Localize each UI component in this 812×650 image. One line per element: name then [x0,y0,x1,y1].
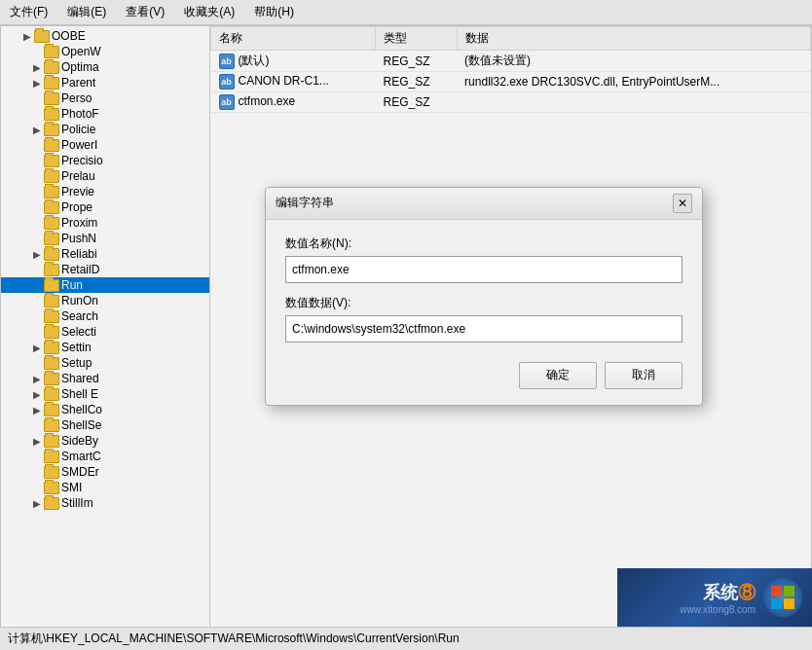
dialog-close-button[interactable]: ✕ [673,194,692,213]
dialog-buttons: 确定 取消 [285,362,683,389]
dialog-titlebar: 编辑字符串 ✕ [266,188,702,220]
cancel-button[interactable]: 取消 [605,362,683,389]
name-label: 数值名称(N): [285,235,683,252]
ok-button[interactable]: 确定 [519,362,597,389]
dialog-title: 编辑字符串 [276,195,334,211]
dialog-overlay: 编辑字符串 ✕ 数值名称(N): 数值数据(V): 确定 取消 [0,0,812,650]
dialog-body: 数值名称(N): 数值数据(V): 确定 取消 [266,220,702,405]
name-input[interactable] [285,256,683,283]
data-label: 数值数据(V): [285,295,683,311]
data-input[interactable] [285,315,683,343]
edit-string-dialog: 编辑字符串 ✕ 数值名称(N): 数值数据(V): 确定 取消 [265,187,703,406]
